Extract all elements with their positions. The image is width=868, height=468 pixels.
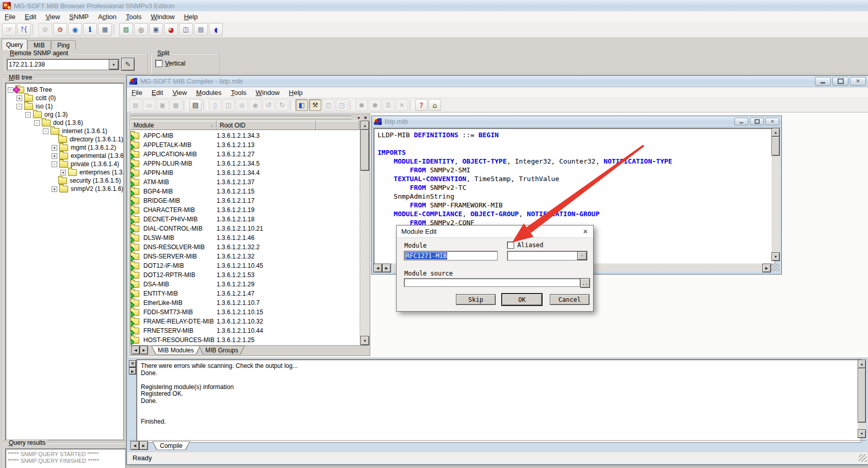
tree-node-iso[interactable]: -iso (1) [6, 102, 123, 110]
toolbar-button-print[interactable]: ▤ [189, 99, 202, 111]
menu-item-file[interactable]: File [0, 12, 20, 22]
vertical-checkbox[interactable] [155, 60, 162, 67]
compiler-minimize-button[interactable] [815, 77, 831, 86]
pane-close-button[interactable]: ✕ [363, 115, 368, 121]
column-header-module[interactable]: Module ▵ [130, 121, 217, 130]
scroll-up-arrow[interactable]: ▲ [361, 121, 369, 130]
pane-gripper[interactable] [132, 116, 351, 118]
toolbar-button-find[interactable]: ◎ [236, 99, 248, 111]
statusbar-resize-grip[interactable] [859, 454, 866, 462]
scroll-thumb[interactable] [361, 130, 369, 171]
toolbar-button-scan-window[interactable]: ▣ [149, 23, 163, 36]
tree-node-ccitt[interactable]: +ccitt (0) [6, 94, 123, 102]
menu-item-file[interactable]: File [127, 88, 147, 98]
tree-expander-plus-icon[interactable]: + [60, 170, 66, 175]
module-row-application-mib[interactable]: APPLICATION-MIB1.3.6.1.2.1.27 [130, 150, 359, 159]
toolbar-button-stop[interactable]: ⊘ [38, 23, 52, 36]
toolbar-button-grid-query[interactable]: ?{ [17, 23, 31, 36]
tree-node-internet[interactable]: -internet (1.3.6.1) [6, 127, 123, 135]
tree-expander-minus-icon[interactable]: - [52, 162, 57, 167]
toolbar-button-snmp-tools[interactable]: ⚙ [53, 23, 67, 36]
toolbar-button-examine[interactable]: ◎ [134, 23, 148, 36]
toolbar-button-copy[interactable]: ◫ [222, 99, 235, 111]
toolbar-button-compile-hammer[interactable]: ⚒ [309, 99, 321, 111]
module-table-scrollbar[interactable]: ▲ ▼ [361, 121, 369, 345]
toolbar-button-window-a[interactable]: ◰ [322, 99, 335, 111]
module-row-dns-resolver-mib[interactable]: DNS-RESOLVER-MIB1.3.6.1.2.1.32.2 [130, 243, 359, 252]
module-row-bgp4-mib[interactable]: BGP4-MIB1.3.6.1.2.1.15 [130, 187, 359, 196]
ok-button[interactable]: OK [502, 294, 542, 305]
tab-mib-groups[interactable]: MIB Groups [199, 346, 245, 354]
module-row-dot12-rptr-mib[interactable]: DOT12-RPTR-MIB1.3.6.1.2.1.53 [130, 270, 359, 280]
toolbar-button-window-multi[interactable]: ▤ [194, 23, 208, 36]
module-row-dsa-mib[interactable]: DSA-MIB1.3.6.1.2.1.29 [130, 280, 359, 289]
scroll-up-arrow[interactable]: ▲ [858, 360, 866, 368]
tab-compile[interactable]: Compile [152, 441, 190, 450]
alias-dropdown-button[interactable]: ▼ [577, 251, 587, 260]
tab-mib-modules[interactable]: MIB Modules [151, 346, 201, 354]
module-row-frnetserv-mib[interactable]: FRNETSERV-MIB1.3.6.1.2.1.10.44 [130, 326, 359, 335]
tree-expander-minus-icon[interactable]: - [25, 112, 31, 118]
editor-restore-button[interactable] [750, 118, 764, 125]
skip-button[interactable]: Skip [456, 294, 496, 305]
module-row-atm-mib[interactable]: ATM-MIB1.3.6.1.2.1.37 [130, 177, 359, 187]
toolbar-button-undo[interactable]: ↺ [263, 99, 275, 111]
tab-scroll-right[interactable]: ▶ [140, 346, 148, 354]
agent-dropdown-button[interactable]: ▼ [109, 59, 119, 70]
tab-scroll-left[interactable]: ◀ [130, 441, 139, 450]
menu-item-help[interactable]: Help [179, 12, 203, 22]
scroll-down-arrow[interactable]: ▼ [361, 336, 369, 345]
toolbar-button-batch-a[interactable]: ● [355, 99, 368, 111]
toolbar-button-home[interactable]: ⌂ [429, 99, 441, 111]
toolbar-button-module-list[interactable]: ◧ [296, 99, 308, 111]
tree-node-dod[interactable]: -dod (1.3.6) [6, 119, 123, 127]
toolbar-button-goto-horn[interactable]: ◖ [209, 23, 223, 36]
toolbar-button-batch-b[interactable]: ● [369, 99, 381, 111]
tree-node-mib[interactable]: -MIB Tree [6, 86, 123, 94]
pane-right-arrow[interactable]: ▶ [382, 264, 391, 272]
dialog-close-button[interactable]: ✕ [583, 228, 588, 235]
module-row-bridge-mib[interactable]: BRIDGE-MIB1.3.6.1.2.1.17 [130, 196, 359, 205]
menu-item-edit[interactable]: Edit [20, 12, 41, 22]
tree-expander-plus-icon[interactable]: + [52, 153, 57, 159]
module-table[interactable]: APPC-MIB1.3.6.1.2.1.34.3APPLETALK-MIB1.3… [130, 130, 359, 346]
tree-expander-minus-icon[interactable]: - [43, 128, 48, 134]
module-row-dlsw-mib[interactable]: DLSW-MIB1.3.6.1.2.1.46 [130, 233, 359, 243]
toolbar-button-save-all[interactable]: ▦ [170, 99, 182, 111]
toolbar-button-compare[interactable]: ◫ [179, 23, 193, 36]
aliased-option[interactable]: Aliased [507, 241, 544, 249]
tree-node-directory[interactable]: directory (1.3.6.1.1) [6, 135, 123, 143]
toolbar-button-delete[interactable]: ✕ [396, 99, 408, 111]
toolbar-button-window-b[interactable]: ◳ [336, 99, 348, 111]
toolbar-button-table-view[interactable]: ▦ [98, 23, 112, 36]
module-row-character-mib[interactable]: CHARACTER-MIB1.3.6.1.2.1.19 [130, 205, 359, 215]
browse-button[interactable]: .. [580, 278, 590, 288]
agent-properties-button[interactable]: ✎ [121, 58, 135, 71]
module-input[interactable]: RFC1271-MIB [404, 251, 498, 261]
scroll-down-arrow[interactable]: ▼ [858, 429, 866, 438]
tab-scroll-left[interactable]: ◀ [132, 346, 140, 354]
toolbar-button-walk-query[interactable]: ☞ [2, 23, 16, 36]
tree-node-mgmt[interactable]: +mgmt (1.3.6.1.2) [6, 143, 123, 152]
tree-node-private[interactable]: -private (1.3.6.1.4) [6, 160, 123, 168]
menu-item-modules[interactable]: Modules [191, 88, 226, 98]
module-row-fddi-smt73-mib[interactable]: FDDI-SMT73-MIB1.3.6.1.2.1.10.15 [130, 308, 359, 317]
menu-item-edit[interactable]: Edit [147, 88, 168, 98]
module-row-etherlike-mib[interactable]: EtherLike-MIB1.3.6.1.2.1.10.7 [130, 298, 359, 308]
tab-scroll-right[interactable]: ▶ [139, 441, 148, 450]
column-header-extra[interactable] [316, 121, 359, 130]
aliased-checkbox[interactable] [507, 241, 514, 249]
module-row-appn-mib[interactable]: APPN-MIB1.3.6.1.2.1.34.4 [130, 168, 359, 177]
query-results-output[interactable]: ***** SNMP QUERY STARTED ********** SNMP… [5, 448, 126, 468]
toolbar-button-find-next[interactable]: ◉ [249, 99, 261, 111]
log-scrollbar[interactable]: ▲ ▼ [858, 360, 866, 438]
compiler-close-button[interactable]: ✕ [850, 77, 866, 86]
module-row-host-resources-mib[interactable]: HOST-RESOURCES-MIB1.3.6.1.2.1.25 [130, 335, 359, 345]
menu-item-action[interactable]: Action [93, 12, 121, 22]
tab-ping[interactable]: Ping [51, 40, 76, 50]
toolbar-button-redo[interactable]: ↻ [276, 99, 288, 111]
menu-item-view[interactable]: View [168, 88, 191, 98]
editor-minimize-button[interactable] [734, 118, 748, 125]
menu-item-tools[interactable]: Tools [121, 12, 146, 22]
toolbar-button-help[interactable]: ? [415, 99, 428, 111]
